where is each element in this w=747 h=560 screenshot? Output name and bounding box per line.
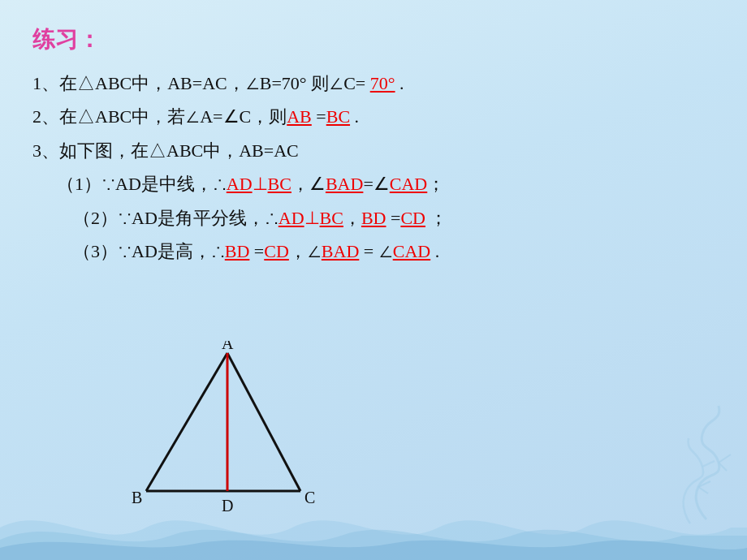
wave-decoration-right bbox=[641, 398, 739, 528]
p3p1-text1: （1）∵AD是中线，∴ bbox=[57, 174, 227, 194]
problem-2: 2、在△ABC中，若∠A=∠C，则AB =BC . bbox=[32, 101, 715, 131]
answer-2-ab: AB bbox=[287, 106, 312, 127]
p3p2-end: ； bbox=[425, 208, 448, 228]
problem-3-intro: 3、如下图，在△ABC中，AB=AC bbox=[32, 136, 715, 166]
problem-3-part2: （2）∵AD是角平分线，∴AD⊥BC，BD =CD ； bbox=[73, 203, 715, 233]
problem-2-end: . bbox=[350, 106, 359, 127]
problem-3-text: 3、如下图，在△ABC中，AB=AC bbox=[32, 140, 299, 161]
p3p3-bad: BAD bbox=[322, 241, 359, 261]
p3p1-end: ； bbox=[427, 174, 445, 194]
problem-1-text2: . bbox=[395, 73, 404, 93]
label-C: C bbox=[304, 489, 315, 506]
p3p1-cad: CAD bbox=[390, 174, 427, 194]
label-B: B bbox=[132, 489, 142, 506]
p3p3-text1: （3）∵AD是高，∴ bbox=[73, 241, 225, 261]
p3p1-ad: AD bbox=[227, 174, 253, 194]
problem-3-part3: （3）∵AD是高，∴BD =CD，∠BAD = ∠CAD . bbox=[73, 236, 715, 266]
p3p2-bd: BD bbox=[361, 208, 386, 228]
wave-decoration-bottom bbox=[0, 495, 747, 560]
label-D: D bbox=[222, 497, 233, 515]
p3p1-perp1: ⊥ bbox=[253, 174, 268, 194]
p3p2-ad: AD bbox=[279, 208, 304, 228]
p3p3-eq1: = bbox=[249, 241, 264, 261]
p3p3-eq2: = ∠ bbox=[359, 241, 392, 261]
answer-1-value: 70° bbox=[370, 73, 395, 93]
p3p3-bd: BD bbox=[225, 241, 250, 261]
p3p2-cd: CD bbox=[400, 208, 425, 228]
p3p2-eq: = bbox=[386, 208, 400, 228]
problem-2-text1: 2、在△ABC中，若∠A=∠C，则 bbox=[32, 106, 287, 127]
problem-1-text1: 1、在△ABC中，AB=AC，∠B=70° 则∠C= bbox=[32, 73, 370, 93]
section-title: 练习： bbox=[32, 24, 715, 55]
answer-2-bc: BC bbox=[326, 106, 350, 127]
p3p3-cd: CD bbox=[264, 241, 289, 261]
p3p1-bc1: BC bbox=[268, 174, 291, 194]
p3p2-perp: ⊥ bbox=[304, 208, 320, 228]
svg-line-1 bbox=[227, 353, 300, 491]
p3p1-bad: BAD bbox=[326, 174, 363, 194]
p3p3-cad: CAD bbox=[393, 241, 430, 261]
triangle-diagram: A B C D bbox=[130, 341, 325, 528]
problem-1: 1、在△ABC中，AB=AC，∠B=70° 则∠C= 70° . bbox=[32, 68, 715, 98]
p3p2-bc: BC bbox=[320, 208, 343, 228]
p3p3-text2: ，∠ bbox=[289, 241, 322, 261]
p3p2-text2: ， bbox=[343, 208, 361, 228]
triangle-svg: A B C D bbox=[130, 341, 325, 528]
p3p3-end: . bbox=[430, 241, 439, 261]
p3p2-text1: （2）∵AD是角平分线，∴ bbox=[73, 208, 279, 228]
problem-2-equals: = bbox=[312, 106, 326, 127]
label-A: A bbox=[222, 341, 234, 352]
main-content: 练习： 1、在△ABC中，AB=AC，∠B=70° 则∠C= 70° . 2、在… bbox=[32, 24, 715, 269]
p3p1-text3: =∠ bbox=[363, 174, 389, 194]
svg-line-0 bbox=[146, 353, 227, 491]
p3p1-text2: ，∠ bbox=[291, 174, 326, 194]
problem-3-part1: （1）∵AD是中线，∴AD⊥BC，∠BAD=∠CAD； bbox=[57, 169, 715, 199]
